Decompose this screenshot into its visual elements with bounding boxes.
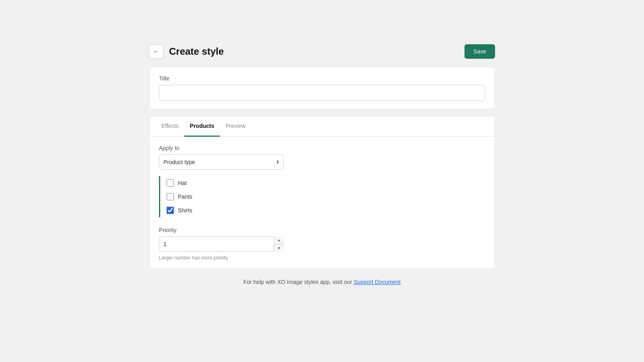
tab-preview[interactable]: Preview [220,116,251,137]
tab-effects[interactable]: Effects [156,116,184,137]
tab-products[interactable]: Products [184,116,220,137]
product-type-select-wrapper: Product type All products Specific produ… [159,154,284,170]
hat-checkbox[interactable] [167,179,174,187]
tabs-bar: Effects Products Preview [149,116,495,137]
save-button[interactable]: Save [464,44,495,59]
title-card: Title [149,67,495,109]
tabs-card: Effects Products Preview Apply to Produc… [149,116,495,269]
support-document-link[interactable]: Support Document [354,279,401,285]
hat-label[interactable]: Hat [178,180,187,186]
priority-decrement-button[interactable]: ▼ [274,244,284,252]
checkbox-item-hat: Hat [167,176,485,190]
priority-increment-button[interactable]: ▲ [274,237,284,244]
shirts-label[interactable]: Shirts [178,207,192,214]
title-label: Title [159,75,485,82]
priority-label: Priority [159,227,485,233]
pants-label[interactable]: Pants [178,193,192,200]
priority-hint: Larger number has more priority [159,255,485,261]
back-icon: ← [153,48,159,55]
priority-spinners: ▲ ▼ [274,237,284,252]
shirts-checkbox[interactable] [167,207,174,214]
apply-to-label: Apply to [159,145,485,151]
footer: For help with XO Image styles app, visit… [149,279,495,285]
pants-checkbox[interactable] [167,193,174,200]
back-button[interactable]: ← [149,44,163,59]
footer-text: For help with XO Image styles app, visit… [244,279,354,285]
checkbox-list: Hat Pants Shirts [159,176,485,217]
page-title: Create style [169,46,224,57]
product-type-select[interactable]: Product type All products Specific produ… [159,154,284,170]
priority-input-wrapper: ▲ ▼ [159,237,284,252]
priority-input[interactable] [159,237,284,252]
checkbox-item-pants: Pants [167,190,485,204]
title-input[interactable] [159,85,485,101]
checkbox-item-shirts: Shirts [167,204,485,217]
products-content: Apply to Product type All products Speci… [149,137,495,269]
header-left: ← Create style [149,44,224,59]
page-header: ← Create style Save [149,44,495,59]
